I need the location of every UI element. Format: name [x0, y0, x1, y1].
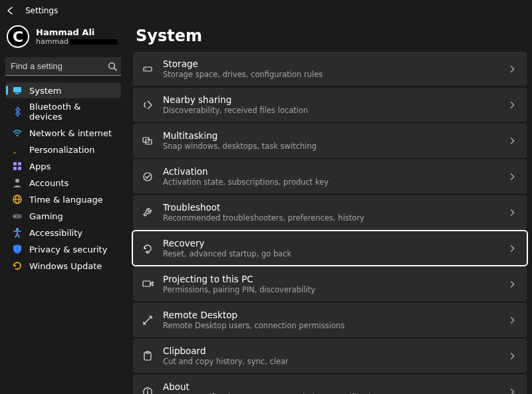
option-title: Nearby sharing — [163, 94, 308, 106]
option-title: Projecting to this PC — [163, 273, 315, 285]
sidebar-item-label: Network & internet — [29, 128, 112, 138]
sidebar-item-system[interactable]: System — [5, 82, 121, 98]
sidebar: C Hammad Ali hammad SystemBluetooth & de… — [0, 21, 125, 394]
search-input[interactable] — [5, 57, 121, 76]
option-title: Troubleshoot — [163, 201, 364, 213]
sidebar-item-network-internet[interactable]: Network & internet — [5, 125, 121, 141]
option-subtitle: Snap windows, desktops, task switching — [163, 142, 317, 151]
sidebar-item-accessibility[interactable]: Accessibility — [5, 225, 121, 241]
chevron-right-icon — [509, 245, 517, 252]
option-subtitle: Reset, advanced startup, go back — [163, 249, 291, 259]
accessibility-icon — [12, 227, 23, 238]
chevron-right-icon — [509, 388, 517, 395]
option-subtitle: Storage space, drives, configuration rul… — [163, 70, 323, 80]
wrench-icon — [142, 207, 154, 219]
option-subtitle: Remote Desktop users, connection permiss… — [163, 321, 344, 331]
option-subtitle: Cut and copy history, sync, clear — [163, 357, 289, 367]
bluetooth-icon — [12, 106, 23, 117]
option-title: Storage — [163, 58, 323, 70]
avatar: C — [7, 25, 29, 48]
sidebar-item-label: Accessibility — [29, 228, 82, 238]
sidebar-item-label: Gaming — [29, 211, 63, 221]
sidebar-item-label: Apps — [29, 161, 51, 171]
option-nearby-sharing[interactable]: Nearby sharingDiscoverability, received … — [133, 88, 527, 122]
chevron-right-icon — [509, 65, 517, 73]
system-icon — [12, 85, 23, 96]
sidebar-item-time-language[interactable]: Time & language — [5, 191, 121, 207]
option-title: About — [163, 381, 384, 393]
search-icon — [108, 62, 117, 71]
option-recovery[interactable]: RecoveryReset, advanced startup, go back — [133, 231, 527, 265]
sidebar-item-personalization[interactable]: Personalization — [5, 142, 121, 157]
sidebar-item-label: Windows Update — [29, 261, 102, 271]
sidebar-item-privacy-security[interactable]: Privacy & security — [5, 241, 121, 257]
chevron-right-icon — [509, 352, 517, 360]
sidebar-item-windows-update[interactable]: Windows Update — [5, 258, 121, 274]
option-troubleshoot[interactable]: TroubleshootRecommended troubleshooters,… — [133, 195, 527, 229]
option-subtitle: Permissions, pairing PIN, discoverabilit… — [163, 285, 315, 295]
clipboard-icon — [142, 350, 154, 362]
options-list: StorageStorage space, drives, configurat… — [133, 52, 527, 394]
option-clipboard[interactable]: ClipboardCut and copy history, sync, cle… — [133, 339, 527, 373]
sidebar-item-accounts[interactable]: Accounts — [5, 175, 121, 191]
sidebar-item-apps[interactable]: Apps — [5, 158, 121, 174]
profile-name: Hammad Ali — [36, 27, 118, 37]
chevron-right-icon — [509, 173, 517, 181]
app-title: Settings — [25, 6, 58, 15]
option-storage[interactable]: StorageStorage space, drives, configurat… — [133, 52, 527, 86]
remote-icon — [142, 314, 154, 326]
chevron-right-icon — [509, 316, 517, 324]
sidebar-item-label: Accounts — [29, 178, 68, 188]
sidebar-item-label: Time & language — [29, 195, 103, 205]
option-multitasking[interactable]: MultitaskingSnap windows, desktops, task… — [133, 124, 527, 157]
sidebar-item-label: Privacy & security — [29, 245, 107, 254]
sidebar-item-label: Personalization — [29, 145, 95, 155]
sidebar-item-gaming[interactable]: Gaming — [5, 208, 121, 224]
option-projecting-to-this-pc[interactable]: Projecting to this PCPermissions, pairin… — [133, 267, 527, 301]
option-subtitle: Discoverability, received files location — [163, 106, 308, 116]
person-icon — [12, 177, 23, 188]
activation-icon — [142, 171, 154, 183]
storage-icon — [142, 63, 154, 75]
recovery-icon — [142, 243, 154, 254]
main: System StorageStorage space, drives, con… — [125, 21, 532, 394]
option-title: Remote Desktop — [163, 309, 344, 321]
profile-block[interactable]: C Hammad Ali hammad — [5, 24, 121, 54]
chevron-right-icon — [509, 101, 517, 109]
update-icon — [12, 260, 23, 271]
option-about[interactable]: AboutDevice specifications, rename PC, W… — [133, 375, 527, 394]
page-title: System — [136, 27, 527, 45]
option-subtitle: Recommended troubleshooters, preferences… — [163, 213, 364, 223]
sidebar-item-bluetooth-devices[interactable]: Bluetooth & devices — [5, 99, 121, 124]
globe-icon — [12, 194, 23, 205]
about-icon — [142, 386, 154, 395]
titlebar: Settings — [0, 0, 532, 21]
chevron-right-icon — [509, 209, 517, 217]
chevron-right-icon — [509, 280, 517, 288]
search-wrap — [5, 57, 121, 76]
option-title: Recovery — [163, 237, 291, 249]
project-icon — [142, 278, 154, 290]
brush-icon — [12, 144, 23, 155]
apps-icon — [12, 161, 23, 171]
option-activation[interactable]: ActivationActivation state, subscription… — [133, 159, 527, 193]
shield-icon — [12, 244, 23, 254]
game-icon — [12, 211, 23, 221]
nearby-icon — [142, 99, 154, 111]
multitask-icon — [142, 135, 154, 147]
profile-email: hammad — [36, 37, 118, 46]
option-title: Multitasking — [163, 130, 317, 142]
wifi-icon — [12, 128, 23, 138]
option-subtitle: Activation state, subscriptions, product… — [163, 177, 329, 187]
sidebar-item-label: System — [29, 86, 61, 96]
sidebar-item-label: Bluetooth & devices — [29, 102, 116, 122]
back-button[interactable] — [7, 6, 16, 15]
chevron-right-icon — [509, 137, 517, 145]
sidebar-nav: SystemBluetooth & devicesNetwork & inter… — [5, 82, 121, 274]
option-title: Clipboard — [163, 345, 289, 357]
option-title: Activation — [163, 165, 329, 177]
option-remote-desktop[interactable]: Remote DesktopRemote Desktop users, conn… — [133, 303, 527, 337]
